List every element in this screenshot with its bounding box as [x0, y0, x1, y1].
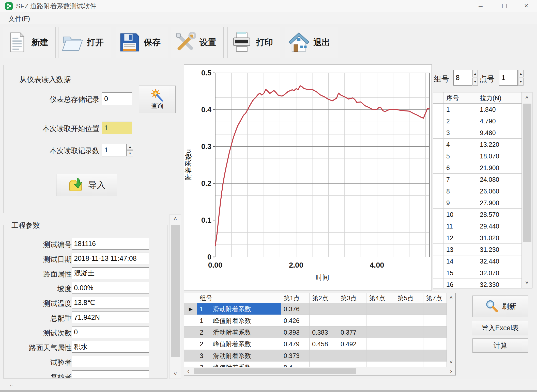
group-name-cell[interactable]: 2滑动附着系数	[197, 326, 281, 338]
total-records-input[interactable]	[102, 92, 132, 105]
force-table-row[interactable]: 826.060	[433, 185, 532, 197]
force-table-row[interactable]: 413.220	[433, 139, 532, 150]
results-col-header[interactable]: 第7点	[423, 293, 447, 303]
title-bar: SFZ 道路附着系数测试软件 – □ ×	[0, 0, 537, 12]
print-button[interactable]: 打印	[227, 27, 280, 58]
close-button[interactable]: ×	[518, 0, 534, 12]
param-input[interactable]	[72, 238, 149, 250]
spin-down-icon[interactable]: ▼	[472, 78, 478, 86]
row-indicator-cell	[184, 326, 197, 338]
force-table-row[interactable]: 1231.020	[433, 232, 532, 244]
force-table-row[interactable]: 1129.440	[433, 220, 532, 232]
calculate-button[interactable]: 计算	[472, 338, 528, 353]
save-button[interactable]: 保存	[115, 27, 168, 58]
open-button[interactable]: 打开	[58, 27, 111, 58]
spin-down-icon[interactable]: ▼	[127, 150, 133, 156]
results-col-header[interactable]: 第1点	[281, 293, 310, 303]
settings-button[interactable]: 设置	[171, 27, 224, 58]
results-col-header[interactable]: 组号	[197, 293, 281, 303]
results-col-header[interactable]: 第4点	[366, 293, 395, 303]
value-cell	[395, 350, 423, 361]
row-selector-cell	[433, 104, 444, 115]
param-input[interactable]	[72, 282, 149, 294]
results-table-row[interactable]: 2峰值附着系数0.4790.4580.492	[184, 338, 455, 350]
results-vscrollbar[interactable]: ˄ ˅	[447, 293, 455, 367]
import-folder-icon	[68, 177, 84, 193]
force-table-row[interactable]: 39.480	[433, 127, 532, 139]
row-selector-cell	[433, 209, 444, 220]
start-pos-label: 本次读取开始位置	[16, 124, 99, 134]
param-input[interactable]	[72, 370, 149, 379]
results-hscrollbar[interactable]: ‹ ›	[184, 367, 455, 375]
force-table-row[interactable]: 1432.440	[433, 255, 532, 267]
results-table-row[interactable]: 3滑动附着系数0.373	[184, 350, 455, 362]
param-input[interactable]	[72, 297, 149, 308]
results-col-header[interactable]: 第2点	[310, 293, 338, 303]
row-selector-header	[433, 92, 444, 103]
scroll-up-icon[interactable]: ˄	[447, 295, 455, 301]
param-input[interactable]	[72, 312, 149, 323]
param-label: 测试温度	[9, 299, 72, 308]
force-table-row[interactable]: 1532.070	[433, 267, 532, 279]
group-name-cell[interactable]: 1峰值附着系数	[197, 315, 281, 326]
force-table-scrollbar[interactable]: ˄ ˅	[521, 92, 532, 288]
query-button[interactable]: 查询	[139, 86, 176, 113]
results-col-header[interactable]: 第5点	[395, 293, 423, 303]
results-table-row[interactable]: 2滑动附着系数0.3930.3830.377	[184, 326, 455, 338]
import-button[interactable]: 导入	[56, 174, 117, 196]
point-input[interactable]	[499, 70, 518, 86]
import-excel-button[interactable]: 导入Excel表	[472, 321, 528, 335]
new-button[interactable]: 新建	[3, 27, 56, 58]
params-scrollbar[interactable]: ˄ ˅	[170, 214, 181, 379]
force-table-row[interactable]: 1632.330	[433, 279, 532, 288]
param-input[interactable]	[72, 341, 149, 353]
start-pos-input[interactable]	[102, 122, 132, 134]
force-scrollbar-thumb[interactable]	[523, 104, 531, 242]
force-cell: 31.020	[477, 232, 522, 243]
exit-button[interactable]: 退出	[285, 27, 338, 58]
maximize-button[interactable]: □	[497, 0, 512, 12]
scroll-up-icon[interactable]: ˄	[170, 216, 181, 222]
group-name-cell[interactable]: 3滑动附着系数	[197, 350, 281, 361]
scroll-down-icon[interactable]: ˅	[170, 371, 181, 378]
results-table-row[interactable]: 1峰值附着系数0.426	[184, 315, 455, 326]
force-table-row[interactable]: 724.080	[433, 174, 532, 185]
force-table-row[interactable]: 621.900	[433, 162, 532, 174]
menu-bar: 文件(F)	[0, 12, 537, 24]
read-count-input[interactable]	[102, 144, 127, 156]
total-records-label: 仪表总存储记录	[16, 95, 99, 104]
force-table-row[interactable]: 1028.570	[433, 209, 532, 220]
index-cell: 11	[444, 220, 477, 232]
scroll-down-icon[interactable]: ˅	[522, 280, 532, 286]
param-input[interactable]	[72, 253, 149, 264]
menu-file[interactable]: 文件(F)	[5, 14, 34, 24]
params-scrollbar-thumb[interactable]	[171, 225, 180, 357]
results-col-header[interactable]: 第3点	[338, 293, 366, 303]
force-table-row[interactable]: 518.070	[433, 150, 532, 162]
results-table-row[interactable]: ►1滑动附着系数0.376	[184, 303, 455, 315]
param-input[interactable]	[72, 326, 149, 338]
force-table-row[interactable]: 927.900	[433, 197, 532, 209]
group-name-cell[interactable]: 2峰值附着系数	[197, 338, 281, 350]
spin-up-icon[interactable]: ▲	[518, 70, 524, 77]
force-table-row[interactable]: 11.840	[433, 104, 532, 115]
results-hscrollbar-thumb[interactable]	[194, 368, 356, 374]
spin-down-icon[interactable]: ▼	[518, 78, 524, 86]
force-cell: 18.070	[477, 150, 522, 162]
scroll-left-icon[interactable]: ‹	[184, 367, 193, 375]
minimize-button[interactable]: –	[473, 0, 488, 12]
svg-text:0.2: 0.2	[201, 179, 211, 187]
group-name-cell[interactable]: 1滑动附着系数	[197, 303, 281, 315]
scroll-up-icon[interactable]: ˄	[522, 94, 532, 101]
value-cell	[395, 303, 423, 315]
force-table-row[interactable]: 1331.230	[433, 244, 532, 255]
spin-up-icon[interactable]: ▲	[127, 144, 133, 150]
refresh-button[interactable]: 刷新	[472, 296, 528, 317]
scroll-right-icon[interactable]: ›	[447, 367, 455, 375]
scroll-down-icon[interactable]: ˅	[447, 359, 455, 366]
spin-up-icon[interactable]: ▲	[472, 70, 478, 77]
param-input[interactable]	[72, 267, 149, 279]
group-input[interactable]	[453, 70, 472, 86]
param-input[interactable]	[72, 356, 149, 367]
force-table-row[interactable]: 24.790	[433, 115, 532, 127]
